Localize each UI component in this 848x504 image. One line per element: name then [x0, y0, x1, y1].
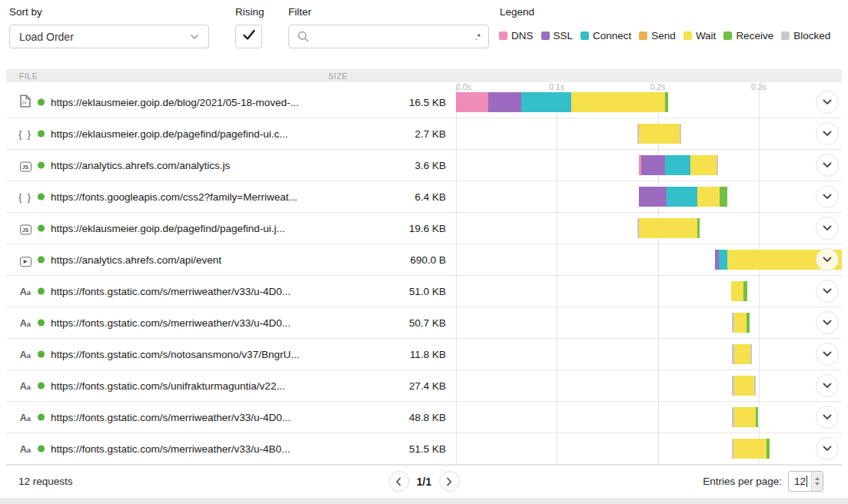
table-row: { }https://fonts.googleapis.com/css2?fam…	[6, 181, 842, 213]
request-url[interactable]: https://fonts.gstatic.com/s/merriweather…	[51, 317, 291, 329]
chevron-down-icon	[823, 257, 832, 263]
request-url[interactable]: https://eklausmeier.goip.de/pagefind/pag…	[51, 128, 288, 140]
bar-segment-dns	[456, 92, 488, 112]
bar-segment-wait	[639, 218, 697, 238]
expand-row-button[interactable]	[816, 406, 839, 429]
expand-row-button[interactable]	[816, 91, 839, 114]
legend-swatch	[723, 32, 732, 40]
request-size: 50.7 KB	[409, 317, 446, 329]
request-url[interactable]: https://analytics.ahrefs.com/analytics.j…	[51, 160, 230, 171]
filter-input[interactable]	[316, 31, 472, 43]
request-size: 690.0 B	[410, 254, 446, 266]
js-badge-icon: JS	[18, 159, 32, 172]
legend-swatch	[541, 32, 550, 40]
legend-item: Wait	[683, 30, 717, 41]
bar-segment-wait	[690, 155, 717, 175]
bar-segment-ssl	[639, 187, 667, 207]
font-icon: Aa	[18, 348, 32, 360]
request-url[interactable]: https://fonts.gstatic.com/s/unifrakturma…	[51, 380, 285, 392]
column-header-file: FILE	[19, 71, 38, 81]
bar-segment-blocked	[717, 155, 718, 175]
expand-row-button[interactable]	[816, 437, 839, 460]
status-dot	[38, 320, 45, 327]
bar-segment-receive	[743, 281, 747, 301]
request-url[interactable]: https://eklausmeier.goip.de/pagefind/pag…	[51, 223, 285, 234]
table-row: JShttps://eklausmeier.goip.de/pagefind/p…	[6, 213, 842, 244]
legend-item-label: Receive	[736, 30, 773, 41]
search-icon	[297, 30, 310, 43]
expand-row-button[interactable]	[816, 217, 839, 240]
text-cursor	[806, 476, 807, 487]
bar-segment-wait	[733, 439, 767, 459]
bar-segment-wait	[697, 187, 720, 207]
table-header: FILE SIZE	[6, 69, 842, 82]
chevron-down-icon	[823, 194, 832, 200]
table-row: Aahttps://fonts.gstatic.com/s/merriweath…	[6, 402, 842, 433]
legend-swatch	[499, 32, 507, 40]
page-indicator: 1/1	[417, 476, 431, 488]
request-size: 48.8 KB	[409, 412, 446, 423]
request-size: 2.7 KB	[414, 128, 446, 140]
expand-row-button[interactable]	[816, 154, 839, 177]
entries-per-page-value: 12	[794, 476, 806, 487]
rising-checkbox[interactable]	[235, 25, 262, 48]
request-url[interactable]: https://fonts.gstatic.com/s/merriweather…	[51, 286, 291, 297]
bar-segment-ssl	[488, 92, 521, 112]
html-doc-icon: />	[18, 94, 32, 110]
media-icon: ▶	[18, 253, 32, 267]
legend-item-label: Send	[651, 30, 676, 41]
expand-row-button[interactable]	[816, 280, 839, 303]
chevron-down-icon	[823, 351, 832, 357]
next-page-button[interactable]	[439, 471, 460, 492]
table-row: Aahttps://fonts.gstatic.com/s/notosansmo…	[6, 339, 842, 370]
bar-segment-blocked	[754, 376, 756, 396]
entries-per-page-input[interactable]: 12	[788, 471, 823, 492]
request-size: 27.4 KB	[409, 380, 446, 392]
spin-up-icon[interactable]	[815, 477, 820, 480]
chevron-down-icon	[823, 414, 832, 420]
bar-segment-connect	[665, 155, 690, 175]
request-size: 11.8 KB	[410, 349, 446, 360]
request-size: 16.5 KB	[409, 97, 446, 108]
expand-row-button[interactable]	[816, 311, 839, 334]
legend-item-label: Blocked	[793, 30, 830, 41]
expand-row-button[interactable]	[816, 343, 839, 366]
spin-down-icon[interactable]	[815, 482, 820, 486]
request-url[interactable]: https://eklausmeier.goip.de/blog/2021/05…	[51, 97, 299, 108]
braces-icon: { }	[18, 191, 32, 203]
bar-segment-blocked	[680, 124, 681, 144]
request-url[interactable]: https://fonts.gstatic.com/s/merriweather…	[51, 412, 291, 423]
bar-segment-wait	[731, 281, 743, 301]
number-spinner[interactable]	[811, 472, 823, 491]
bar-segment-wait	[734, 344, 751, 364]
table-row: Aahttps://fonts.gstatic.com/s/unifraktur…	[6, 370, 842, 402]
chevron-down-icon	[823, 383, 832, 389]
status-dot	[38, 351, 45, 358]
rows: 0.0s0.1s0.2s0.3s />https://eklausmeier.g…	[6, 87, 842, 465]
expand-row-button[interactable]	[816, 122, 839, 145]
legend-item: SSL	[541, 30, 574, 41]
column-header-size: SIZE	[328, 71, 348, 81]
table-footer: 12 requests 1/1 Entries per page: 12	[6, 465, 842, 497]
legend-item-label: DNS	[511, 30, 534, 41]
bar-segment-connect	[719, 250, 727, 270]
sort-by-select[interactable]: Load Order	[9, 25, 209, 48]
legend-swatch	[683, 32, 692, 40]
toolbar: Sort by Load Order Rising Filter .* Lege…	[0, 0, 848, 69]
chevron-down-icon	[823, 99, 832, 105]
request-url[interactable]: https://fonts.googleapis.com/css2?family…	[51, 191, 298, 203]
request-url[interactable]: https://fonts.gstatic.com/s/merriweather…	[51, 443, 290, 455]
status-dot	[38, 225, 45, 232]
legend-item-label: Connect	[593, 30, 631, 41]
rising-label: Rising	[235, 6, 264, 18]
request-url[interactable]: https://fonts.gstatic.com/s/notosansmono…	[51, 349, 299, 360]
font-icon: Aa	[18, 317, 32, 329]
braces-icon: { }	[18, 128, 32, 140]
expand-row-button[interactable]	[816, 185, 839, 208]
chevron-down-icon	[823, 162, 832, 168]
bar-segment-receive	[697, 218, 700, 238]
request-url[interactable]: https://analytics.ahrefs.com/api/event	[51, 254, 221, 266]
prev-page-button[interactable]	[388, 471, 409, 492]
expand-row-button[interactable]	[816, 248, 839, 271]
expand-row-button[interactable]	[816, 374, 839, 397]
